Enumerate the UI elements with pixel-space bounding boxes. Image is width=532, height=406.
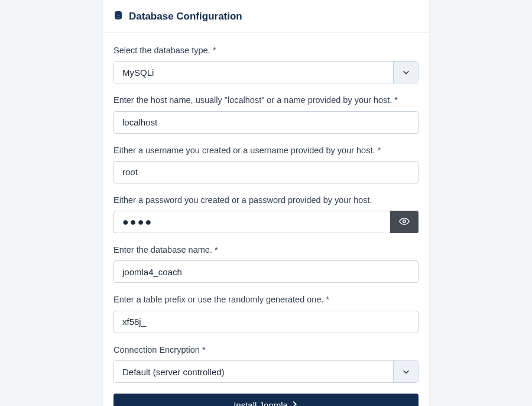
db-type-group: Select the database type. * MySQLi [113, 44, 419, 83]
install-button[interactable]: Install Joomla [113, 394, 419, 406]
password-label: Either a password you created or a passw… [113, 194, 419, 206]
database-icon [113, 11, 123, 22]
chevron-down-icon [393, 361, 418, 382]
db-type-value: MySQLi [114, 62, 393, 83]
card-header: Database Configuration [103, 0, 429, 33]
submit-group: Install Joomla [113, 394, 419, 406]
username-label: Either a username you created or a usern… [113, 144, 419, 156]
host-label: Enter the host name, usually "localhost"… [113, 94, 419, 106]
chevron-down-icon [393, 62, 418, 83]
host-input[interactable] [113, 111, 419, 134]
password-group: Either a password you created or a passw… [113, 194, 419, 233]
db-type-label: Select the database type. * [113, 44, 419, 56]
eye-icon [399, 216, 410, 228]
prefix-label: Enter a table prefix or use the randomly… [113, 294, 419, 305]
encryption-group: Connection Encryption * Default (server … [113, 344, 419, 383]
database-config-card: Database Configuration Select the databa… [103, 0, 429, 406]
svg-point-1 [403, 220, 406, 223]
toggle-password-button[interactable] [390, 211, 419, 233]
encryption-select[interactable]: Default (server controlled) [113, 360, 419, 383]
host-group: Enter the host name, usually "localhost"… [113, 94, 419, 133]
chevron-right-icon [290, 400, 299, 406]
prefix-group: Enter a table prefix or use the randomly… [113, 294, 419, 333]
db-type-select[interactable]: MySQLi [113, 61, 419, 83]
username-input[interactable] [113, 161, 419, 183]
dbname-input[interactable] [113, 260, 419, 283]
dbname-label: Enter the database name. * [113, 244, 419, 256]
dbname-group: Enter the database name. * [113, 244, 419, 283]
password-input[interactable]: ●●●● [113, 211, 390, 233]
prefix-input[interactable] [113, 311, 419, 333]
svg-point-0 [115, 11, 122, 14]
encryption-label: Connection Encryption * [113, 344, 419, 356]
encryption-value: Default (server controlled) [114, 361, 393, 382]
username-group: Either a username you created or a usern… [113, 144, 419, 183]
install-button-label: Install Joomla [233, 400, 288, 406]
page-title: Database Configuration [129, 11, 242, 22]
form-body: Select the database type. * MySQLi Enter… [103, 33, 429, 406]
password-input-group: ●●●● [113, 211, 419, 233]
